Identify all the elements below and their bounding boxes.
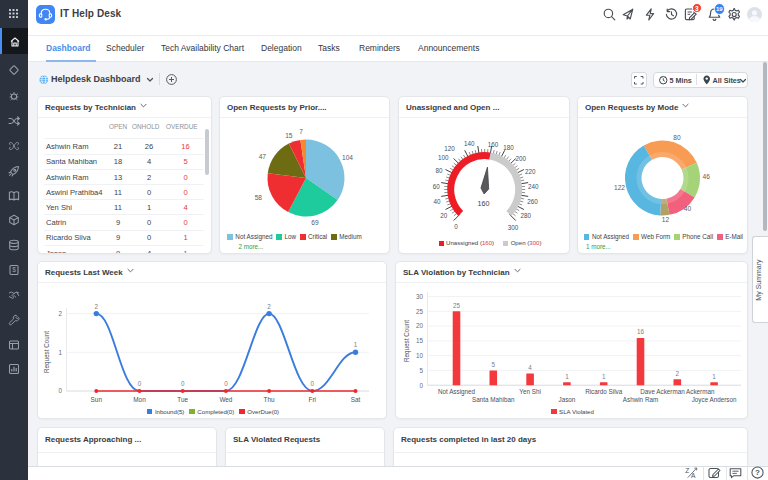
svg-text:300: 300 (508, 224, 519, 231)
svg-text:20: 20 (416, 322, 424, 329)
svg-text:0: 0 (58, 387, 62, 394)
svg-text:30: 30 (416, 293, 424, 300)
svg-text:Tue: Tue (177, 396, 188, 403)
svg-text:0: 0 (138, 380, 142, 387)
svg-text:Request Count: Request Count (43, 331, 51, 373)
svg-text:25: 25 (453, 302, 461, 309)
svg-text:122: 122 (614, 184, 625, 191)
svg-text:Santa Mahiban: Santa Mahiban (472, 396, 515, 403)
svg-text:5: 5 (492, 361, 496, 368)
svg-text:1: 1 (602, 373, 606, 380)
svg-text:0: 0 (311, 380, 315, 387)
svg-text:2: 2 (95, 303, 99, 310)
svg-text:10: 10 (416, 352, 424, 359)
svg-text:160: 160 (488, 141, 499, 148)
svg-text:280: 280 (520, 212, 531, 219)
svg-text:104: 104 (342, 154, 353, 161)
svg-text:Mon: Mon (133, 396, 146, 403)
svg-text:Joyce Anderson: Joyce Anderson (692, 396, 737, 404)
svg-text:180: 180 (503, 144, 514, 151)
svg-text:40: 40 (433, 198, 441, 205)
svg-text:$: $ (12, 266, 16, 273)
svg-text:0: 0 (419, 382, 423, 389)
svg-text:4: 4 (528, 364, 532, 371)
svg-text:7: 7 (299, 128, 303, 135)
svg-text:5: 5 (419, 367, 423, 374)
svg-text:47: 47 (259, 153, 267, 160)
svg-text:140: 140 (464, 140, 475, 147)
svg-text:Yen Shi: Yen Shi (519, 388, 540, 395)
svg-text:Fri: Fri (309, 396, 316, 403)
svg-text:Thu: Thu (264, 396, 275, 403)
svg-text:2: 2 (58, 310, 62, 317)
svg-text:15: 15 (285, 132, 293, 139)
svg-text:40: 40 (684, 205, 692, 212)
svg-text:Ricardo Silva: Ricardo Silva (585, 388, 623, 395)
svg-text:1: 1 (354, 341, 358, 348)
svg-text:1: 1 (565, 373, 569, 380)
svg-text:160: 160 (478, 199, 490, 208)
svg-text:Wed: Wed (219, 396, 232, 403)
svg-text:0: 0 (181, 380, 185, 387)
svg-text:25: 25 (416, 308, 424, 315)
svg-text:Sat: Sat (351, 396, 361, 403)
svg-text:Ashwin Ram: Ashwin Ram (623, 396, 658, 403)
svg-text:240: 240 (528, 183, 539, 190)
svg-text:120: 120 (444, 145, 455, 152)
svg-text:260: 260 (527, 198, 538, 205)
svg-text:Jason: Jason (558, 396, 575, 403)
svg-text:1: 1 (712, 373, 716, 380)
svg-text:58: 58 (255, 194, 263, 201)
svg-text:69: 69 (311, 219, 319, 226)
svg-text:16: 16 (637, 328, 645, 335)
svg-text:Z: Z (685, 467, 689, 474)
svg-text:60: 60 (433, 183, 441, 190)
svg-text:Not Assigned: Not Assigned (438, 388, 476, 396)
svg-text:20: 20 (440, 212, 448, 219)
svg-text:200: 200 (515, 155, 526, 162)
svg-text:12: 12 (662, 216, 670, 223)
svg-text:2: 2 (676, 370, 680, 377)
svg-text:100: 100 (438, 154, 449, 161)
svg-text:2: 2 (267, 303, 271, 310)
svg-text:?: ? (755, 469, 760, 478)
svg-text:Sun: Sun (91, 396, 103, 403)
svg-text:46: 46 (703, 173, 711, 180)
svg-text:Request Count: Request Count (403, 320, 411, 362)
svg-text:80: 80 (673, 134, 681, 141)
svg-text:1: 1 (58, 349, 62, 356)
svg-text:15: 15 (416, 337, 424, 344)
svg-text:0: 0 (224, 380, 228, 387)
svg-text:220: 220 (525, 168, 536, 175)
svg-text:80: 80 (435, 167, 443, 174)
svg-text:0: 0 (454, 223, 458, 230)
svg-text:Dave Ackerman Ackerman: Dave Ackerman Ackerman (640, 388, 715, 395)
